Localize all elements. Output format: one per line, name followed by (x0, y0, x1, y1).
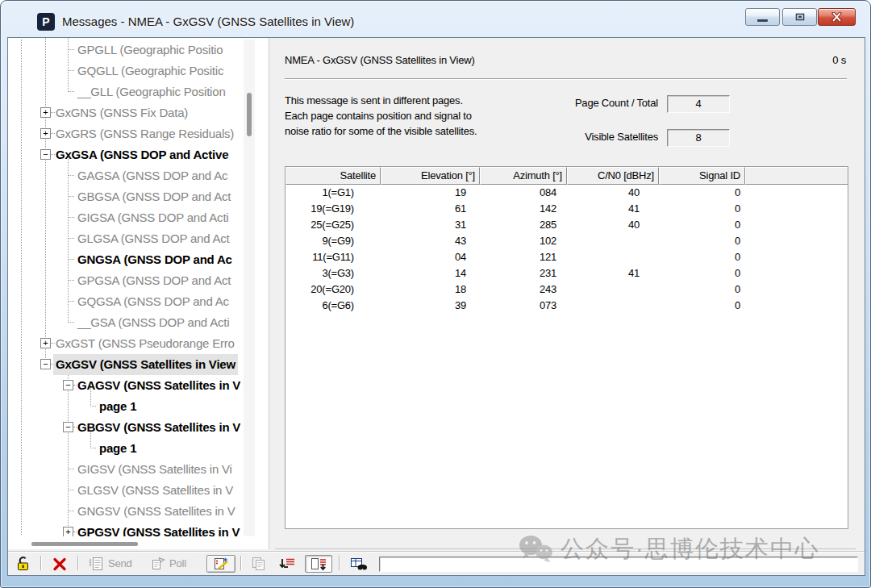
table-cell: 084 (480, 185, 567, 201)
tree-connector (68, 175, 74, 176)
send-button[interactable] (87, 555, 105, 573)
tree-item[interactable]: −GxGSA (GNSS DOP and Active (8, 144, 250, 165)
tree-item-label: GQGSA (GNSS DOP and Ac (77, 291, 229, 312)
table-row: 11(=G11)041210 (285, 249, 848, 265)
table-cell: 285 (480, 217, 567, 233)
tree-item[interactable]: GPGLL (Geographic Positio (8, 40, 250, 60)
tree-item[interactable]: GLGSA (GNSS DOP and Act (8, 228, 250, 249)
auto-scroll-button[interactable] (305, 555, 332, 573)
tree-item[interactable]: GNGSA (GNSS DOP and Ac (8, 249, 250, 270)
expand-toggle-icon[interactable]: + (63, 527, 73, 536)
lock-button[interactable] (13, 555, 34, 573)
tree-item[interactable]: GIGSV (GNSS Satellites in Vi (8, 459, 250, 480)
page-count-label: Page Count / Total (485, 97, 658, 109)
page-count-value: 4 (667, 95, 730, 113)
column-header[interactable]: Signal ID (659, 167, 745, 185)
tree-item[interactable]: GAGSA (GNSS DOP and Ac (8, 165, 250, 186)
tree-connector (51, 343, 55, 344)
column-header[interactable]: Satellite (285, 167, 381, 185)
tree-vertical-scrollbar[interactable] (244, 40, 255, 536)
tree-item[interactable]: −GxGSV (GNSS Satellites in View (8, 354, 250, 375)
horizontal-scrollbar-thumb[interactable] (31, 542, 138, 546)
column-header[interactable]: Elevation [°] (381, 167, 480, 185)
restore-button[interactable] (782, 8, 817, 26)
divider (285, 78, 847, 79)
table-cell: 0 (659, 233, 745, 249)
tree-item-label: GxGST (GNSS Pseudorange Erro (56, 333, 235, 354)
tree-item[interactable]: −GBGSV (GNSS Satellites in V (8, 417, 250, 438)
list-arrow-icon (278, 557, 296, 571)
collapse-toggle-icon[interactable]: − (63, 422, 73, 432)
table-cell: 18 (381, 281, 480, 298)
clear-button[interactable] (48, 555, 71, 573)
tree-item-label: GQGLL (Geographic Positic (77, 60, 223, 81)
collapse-toggle-icon[interactable]: − (40, 149, 51, 160)
wizard-icon (212, 556, 230, 572)
scroll-to-previous-button[interactable] (276, 555, 298, 573)
collapse-toggle-icon[interactable]: − (63, 380, 73, 390)
tree-item-label: __GSA (GNSS DOP and Acti (77, 312, 229, 333)
tree-connector (68, 322, 74, 323)
tree-connector (68, 511, 74, 511)
close-button[interactable] (818, 8, 856, 26)
tree-connector (68, 217, 74, 218)
tree-connector (51, 112, 55, 113)
minimize-button[interactable] (745, 8, 780, 26)
table-cell (745, 233, 848, 249)
expand-toggle-icon[interactable]: + (40, 107, 51, 118)
clear-x-icon (52, 557, 67, 571)
tree-item[interactable]: GQGSA (GNSS DOP and Ac (8, 291, 250, 312)
copy-pages-button[interactable] (248, 555, 269, 573)
table-cell: 142 (480, 201, 567, 217)
tree-connector (73, 385, 77, 386)
expand-toggle-icon[interactable]: + (40, 128, 51, 139)
tree-item[interactable]: +GxGRS (GNSS Range Residuals) (8, 123, 250, 144)
tree-item-label: GNGSA (GNSS DOP and Ac (77, 249, 232, 270)
message-filter-field[interactable] (379, 557, 858, 572)
tree-horizontal-scrollbar[interactable] (8, 538, 250, 549)
table-cell: 243 (480, 281, 567, 298)
tree-item[interactable]: GQGLL (Geographic Positic (8, 60, 250, 81)
table-cell: 11(=G11) (285, 249, 381, 265)
column-header-spacer[interactable] (745, 167, 848, 185)
table-cell: 19(=G19) (285, 201, 381, 217)
customize-view-button[interactable] (206, 555, 235, 573)
tree-item-label: GIGSA (GNSS DOP and Acti (77, 207, 229, 228)
separator (40, 556, 42, 570)
table-cell: 04 (381, 249, 480, 265)
tree-connector (68, 70, 74, 71)
app-window: P Messages - NMEA - GxGSV (GNSS Satellit… (0, 0, 871, 588)
table-find-icon (349, 557, 367, 571)
column-header[interactable]: Azimuth [°] (480, 167, 567, 185)
separator (339, 556, 340, 570)
find-message-button[interactable] (347, 555, 369, 573)
table-cell (745, 217, 848, 233)
tree-item-label: GIGSV (GNSS Satellites in Vi (77, 459, 232, 480)
poll-button[interactable] (148, 555, 168, 573)
tree-item-label: page 1 (99, 396, 136, 417)
tree-connector (68, 301, 74, 302)
tree-item[interactable]: GIGSA (GNSS DOP and Acti (8, 207, 250, 228)
tree-item[interactable]: GPGSA (GNSS DOP and Act (8, 270, 250, 291)
titlebar[interactable]: P Messages - NMEA - GxGSV (GNSS Satellit… (1, 1, 870, 37)
tree-item[interactable]: __GLL (Geographic Position (8, 81, 250, 102)
table-cell: 41 (567, 265, 659, 281)
tree-item[interactable]: +GxGNS (GNSS Fix Data) (8, 102, 250, 123)
tree-item[interactable]: −GAGSV (GNSS Satellites in V (8, 375, 250, 396)
table-cell: 0 (659, 185, 745, 201)
vertical-scrollbar-thumb[interactable] (247, 93, 252, 136)
column-header[interactable]: C/N0 [dBHz] (567, 167, 659, 185)
collapse-toggle-icon[interactable]: − (40, 359, 51, 369)
tree-item[interactable]: page 1 (8, 396, 250, 417)
tree-item[interactable]: GLGSV (GNSS Satellites in V (8, 480, 250, 501)
tree-item[interactable]: GBGSA (GNSS DOP and Act (8, 186, 250, 207)
table-cell: 20(=G20) (285, 281, 381, 298)
tree-item[interactable]: GNGSV (GNSS Satellites in V (8, 501, 250, 522)
table-row: 1(=G1)19084400 (285, 185, 848, 201)
tree-item[interactable]: +GxGST (GNSS Pseudorange Erro (8, 333, 250, 354)
table-cell: 0 (659, 281, 745, 298)
expand-toggle-icon[interactable]: + (40, 338, 51, 348)
tree-item[interactable]: page 1 (8, 438, 250, 459)
tree-item[interactable]: __GSA (GNSS DOP and Acti (8, 312, 250, 333)
tree-item[interactable]: +GPGSV (GNSS Satellites in V (8, 522, 250, 536)
